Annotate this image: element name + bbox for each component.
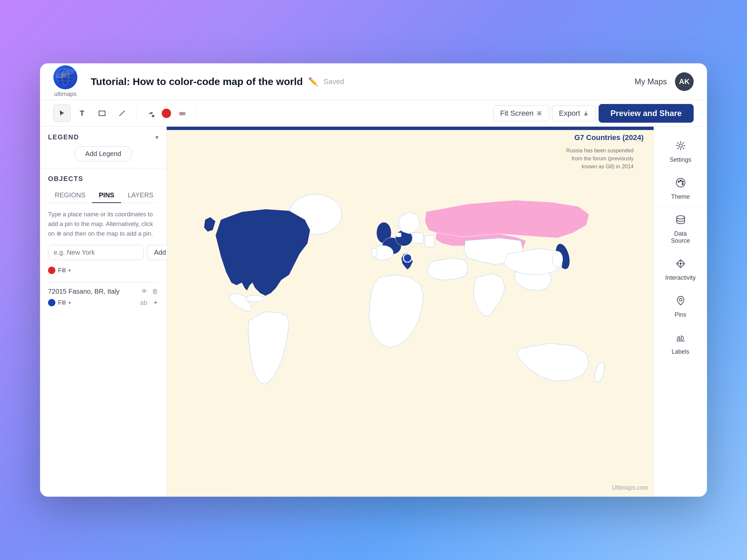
preview-share-button[interactable]: Preview and Share <box>599 104 694 123</box>
settings-label: Settings <box>670 156 691 163</box>
my-maps-link[interactable]: My Maps <box>635 77 667 86</box>
legend-section: LEGEND ▾ Add Legend <box>40 127 166 168</box>
map-area[interactable]: G7 Countries (2024) Russia has been susp… <box>167 127 654 497</box>
pin-fill-row: Fill ▾ ab ✦ <box>48 299 158 306</box>
objects-title: OBJECTS <box>48 175 158 183</box>
svg-point-30 <box>676 178 685 187</box>
theme-icon <box>675 177 686 191</box>
sidebar: LEGEND ▾ Add Legend OBJECTS REGIONS PINS… <box>40 127 167 497</box>
legend-header: LEGEND ▾ <box>48 133 158 141</box>
panel-item-datasource[interactable]: DataSource <box>654 207 707 251</box>
export-label: Export <box>559 109 580 118</box>
main-content: LEGEND ▾ Add Legend OBJECTS REGIONS PINS… <box>40 127 707 497</box>
svg-point-3 <box>61 73 67 78</box>
legend-chevron-icon[interactable]: ▾ <box>155 134 158 141</box>
watermark: Ultimaps.com <box>612 484 648 491</box>
svg-point-27 <box>593 361 607 383</box>
pin-actions: 👁 🗑 <box>141 288 158 295</box>
logo-globe <box>53 65 77 89</box>
fill-label: Fill <box>58 267 66 274</box>
pin-item-fasano: 72015 Fasano, BR, Italy 👁 🗑 Fill ▾ ab ✦ <box>48 282 158 312</box>
header-right: My Maps AK <box>635 72 694 91</box>
interactivity-icon <box>675 258 686 272</box>
svg-line-5 <box>120 111 125 116</box>
avatar[interactable]: AK <box>675 72 694 91</box>
svg-point-6 <box>152 115 154 117</box>
pin-label-icon[interactable]: ab <box>140 299 147 306</box>
pin-fill-dot <box>48 299 55 306</box>
pin-fill-chevron-icon[interactable]: ▾ <box>68 300 71 305</box>
svg-point-29 <box>679 144 682 147</box>
logo-text: ultimaps <box>54 91 76 98</box>
datasource-icon <box>675 214 686 228</box>
line-tool-button[interactable] <box>113 105 131 122</box>
pin-settings-icon[interactable]: ✦ <box>153 299 158 306</box>
pin-delete-icon[interactable]: 🗑 <box>152 288 158 295</box>
labels-icon: ab <box>675 332 686 346</box>
fill-color-dot <box>48 267 55 274</box>
svg-point-35 <box>677 216 685 219</box>
rect-tool-button[interactable] <box>93 105 111 122</box>
export-button[interactable]: Export <box>552 105 596 121</box>
active-color-dot[interactable] <box>162 109 171 118</box>
toolbar-separator-2 <box>197 107 197 119</box>
interactivity-label: Interactivity <box>665 274 696 281</box>
fit-screen-button[interactable]: Fit Screen <box>493 105 549 121</box>
pin-input-row: Add <box>48 245 158 260</box>
panel-item-settings[interactable]: Settings <box>654 133 707 170</box>
labels-label: Labels <box>672 348 689 355</box>
pin-visibility-icon[interactable]: 👁 <box>141 288 148 295</box>
svg-point-36 <box>680 263 681 265</box>
add-legend-button[interactable]: Add Legend <box>74 146 132 161</box>
pin-search-input[interactable] <box>48 245 144 260</box>
right-panel: Settings Theme <box>654 127 707 497</box>
svg-point-26 <box>552 251 563 267</box>
svg-rect-22 <box>396 233 401 237</box>
pins-icon <box>675 295 686 309</box>
svg-point-32 <box>680 180 681 182</box>
tab-pins[interactable]: PINS <box>92 188 121 203</box>
edit-icon[interactable]: ✏️ <box>308 77 318 86</box>
settings-icon <box>675 140 686 154</box>
eraser-tool-button[interactable] <box>174 105 191 122</box>
svg-text:ab: ab <box>677 334 684 341</box>
fit-screen-label: Fit Screen <box>500 109 534 118</box>
tabs: REGIONS PINS LAYERS <box>48 188 158 203</box>
svg-rect-24 <box>425 235 434 247</box>
tab-layers[interactable]: LAYERS <box>121 188 160 203</box>
logo-area: ultimaps <box>53 65 77 98</box>
tab-regions[interactable]: REGIONS <box>48 188 92 203</box>
pins-label: Pins <box>675 311 686 318</box>
toolbar: T Fit Screen <box>40 100 707 127</box>
theme-label: Theme <box>671 193 690 200</box>
map-header-bar <box>167 127 654 130</box>
svg-rect-21 <box>372 249 377 257</box>
app-window: ultimaps Tutorial: How to color-code map… <box>40 63 707 497</box>
svg-point-37 <box>679 298 682 301</box>
pin-name: 72015 Fasano, BR, Italy <box>48 288 120 295</box>
svg-point-28 <box>403 254 412 262</box>
panel-item-labels[interactable]: ab Labels <box>654 325 707 362</box>
svg-point-33 <box>681 181 684 183</box>
fill-chevron-icon[interactable]: ▾ <box>68 268 71 273</box>
objects-section: OBJECTS REGIONS PINS LAYERS Type a place… <box>40 168 166 497</box>
legend-title: LEGEND <box>48 133 79 141</box>
select-tool-button[interactable] <box>53 105 71 122</box>
svg-point-16 <box>246 295 264 302</box>
pin-fill-label: Fill <box>58 299 66 306</box>
world-map-svg <box>174 133 647 490</box>
panel-item-pins[interactable]: Pins <box>654 288 707 325</box>
svg-rect-23 <box>413 233 423 243</box>
svg-rect-8 <box>179 112 182 115</box>
doc-title: Tutorial: How to color-code map of the w… <box>91 76 303 87</box>
svg-point-31 <box>678 181 680 183</box>
svg-rect-4 <box>99 111 105 116</box>
panel-item-interactivity[interactable]: Interactivity <box>654 251 707 288</box>
datasource-label: DataSource <box>671 230 690 244</box>
title-area: Tutorial: How to color-code map of the w… <box>91 76 635 87</box>
default-fill-row: Fill ▾ <box>48 267 158 274</box>
fill-tool-button[interactable] <box>142 105 159 122</box>
text-tool-button[interactable]: T <box>73 105 91 122</box>
panel-item-theme[interactable]: Theme <box>654 170 707 207</box>
svg-point-34 <box>681 183 684 185</box>
